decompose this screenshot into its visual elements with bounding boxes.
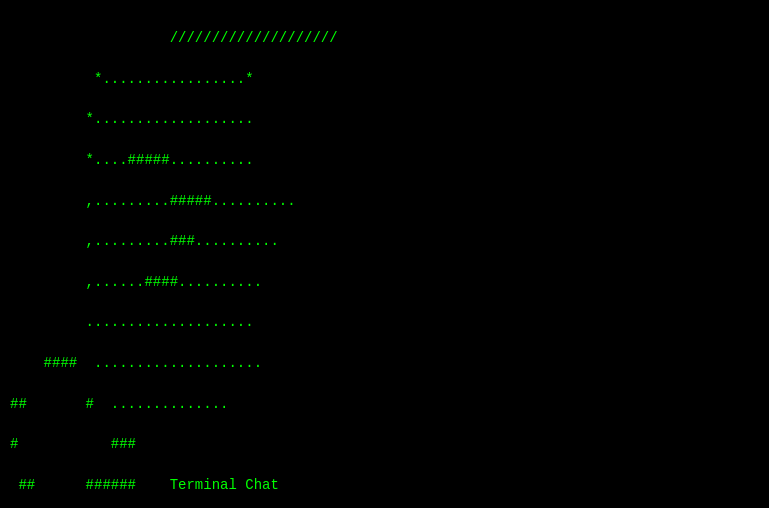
ascii-line-9: #### .................... xyxy=(10,353,759,373)
ascii-line-2: *.................* xyxy=(10,69,759,89)
ascii-line-12: ## ###### Terminal Chat xyxy=(10,475,759,495)
ascii-line-1: //////////////////// xyxy=(10,28,759,48)
ascii-line-6: ,.........###.......... xyxy=(10,231,759,251)
ascii-line-4: *....#####.......... xyxy=(10,150,759,170)
ascii-line-7: ,......####.......... xyxy=(10,272,759,292)
terminal-window: //////////////////// *.................*… xyxy=(10,8,759,500)
ascii-line-8: .................... xyxy=(10,312,759,332)
ascii-line-3: *................... xyxy=(10,109,759,129)
ascii-line-5: ,.........#####.......... xyxy=(10,191,759,211)
ascii-line-11: # ### xyxy=(10,434,759,454)
ascii-line-10: ## # .............. xyxy=(10,394,759,414)
